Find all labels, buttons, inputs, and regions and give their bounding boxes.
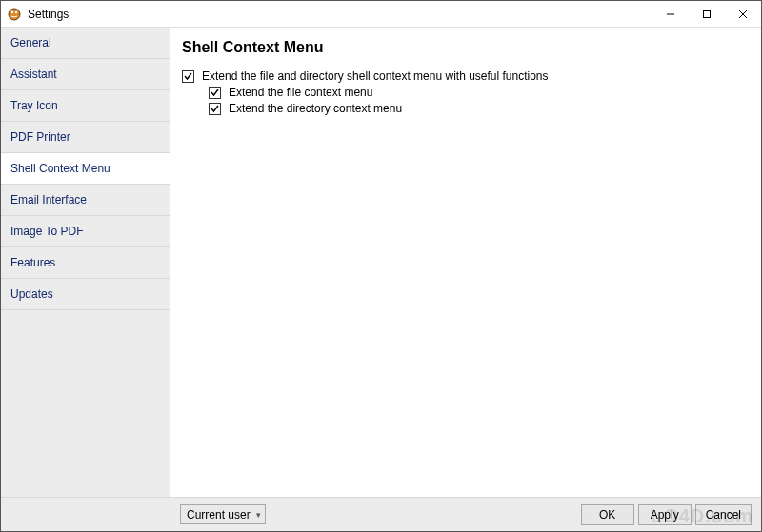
option-label: Extend the file and directory shell cont… [202,69,549,83]
page-title: Shell Context Menu [182,39,746,56]
bottom-bar: Current user ▾ OK Apply Cancel [1,497,761,531]
option-extend-directory[interactable]: Extend the directory context menu [209,102,746,115]
scope-dropdown[interactable]: Current user ▾ [180,504,266,524]
svg-rect-4 [704,10,711,17]
sidebar-item-label: PDF Printer [10,130,70,144]
option-extend-shell[interactable]: Extend the file and directory shell cont… [182,69,746,83]
dialog-buttons: OK Apply Cancel [581,504,752,525]
sidebar-item-image-to-pdf[interactable]: Image To PDF [1,216,170,247]
option-label: Extend the file context menu [229,86,372,99]
svg-point-2 [15,10,17,12]
button-label: Cancel [706,508,741,522]
sidebar-item-tray-icon[interactable]: Tray Icon [1,90,170,122]
sidebar-item-email-interface[interactable]: Email Interface [1,185,170,216]
checkbox-icon[interactable] [209,87,221,99]
sidebar-item-label: General [10,36,51,49]
svg-point-1 [11,10,13,12]
button-label: Apply [651,508,679,522]
chevron-down-icon: ▾ [256,510,261,520]
checkbox-icon[interactable] [209,103,221,115]
maximize-button[interactable] [689,1,725,27]
sidebar-item-assistant[interactable]: Assistant [1,59,170,90]
client-area: General Assistant Tray Icon PDF Printer … [1,28,761,497]
svg-point-0 [9,9,20,20]
sidebar: General Assistant Tray Icon PDF Printer … [1,28,170,497]
sidebar-item-features[interactable]: Features [1,247,170,279]
option-label: Extend the directory context menu [229,102,402,115]
option-extend-file[interactable]: Extend the file context menu [209,86,746,99]
sidebar-item-updates[interactable]: Updates [1,279,170,310]
checkbox-icon[interactable] [182,70,194,83]
minimize-button[interactable] [652,1,689,27]
sidebar-item-label: Assistant [10,68,57,81]
content-pane: Shell Context Menu Extend the file and d… [170,28,761,497]
cancel-button[interactable]: Cancel [695,504,752,525]
close-button[interactable] [725,1,761,27]
button-label: OK [599,508,615,522]
sidebar-item-label: Email Interface [10,193,87,207]
sidebar-item-shell-context-menu[interactable]: Shell Context Menu [1,153,170,185]
window-title: Settings [28,8,69,21]
sidebar-item-pdf-printer[interactable]: PDF Printer [1,122,170,153]
sidebar-item-label: Image To PDF [10,225,83,238]
app-icon [7,7,22,22]
sidebar-item-label: Tray Icon [10,99,58,112]
sidebar-item-label: Features [10,256,55,269]
sidebar-item-general[interactable]: General [1,28,170,59]
sidebar-item-label: Shell Context Menu [10,162,110,175]
sidebar-item-label: Updates [10,287,53,301]
ok-button[interactable]: OK [581,504,634,525]
window-controls [652,1,761,27]
apply-button[interactable]: Apply [638,504,692,525]
scope-dropdown-value: Current user [187,508,251,522]
titlebar: Settings [1,1,761,28]
